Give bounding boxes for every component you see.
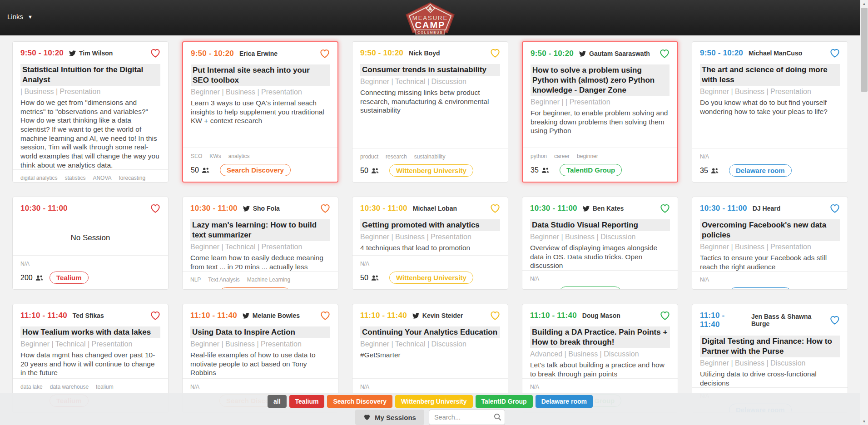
session-categories: Beginner | Business | Presentation xyxy=(700,87,840,97)
session-description: Tactics to ensure your Facebook ads stil… xyxy=(700,253,840,271)
tag: analytics xyxy=(228,153,250,159)
room-badge[interactable]: Delaware room xyxy=(729,287,792,290)
favorite-heart-icon[interactable] xyxy=(660,204,670,213)
favorite-heart-icon[interactable] xyxy=(490,311,500,320)
room-badge[interactable]: Wittenberg University xyxy=(389,164,473,177)
tag: python xyxy=(531,153,547,159)
session-categories: Advanced | Business | Discussion xyxy=(530,350,670,359)
session-time: 11:10 - 11:40 xyxy=(190,311,237,320)
favorite-heart-icon[interactable] xyxy=(150,204,160,213)
favorite-heart-icon[interactable] xyxy=(830,49,840,58)
favorite-heart-icon[interactable] xyxy=(490,49,500,58)
tag: N/A xyxy=(360,261,369,267)
filter-button[interactable]: Tealium xyxy=(289,395,325,408)
favorite-heart-icon[interactable] xyxy=(830,204,840,213)
users-icon xyxy=(541,289,549,290)
logo-columbus-text: COLUMBUS xyxy=(417,30,442,35)
scroll-down-icon[interactable]: ▼ xyxy=(860,418,868,425)
favorite-heart-icon[interactable] xyxy=(660,311,670,320)
session-author: Ben Kates xyxy=(583,205,624,212)
session-card[interactable]: 9:50 - 10:20 Tim Wilson Statistical Intu… xyxy=(12,41,169,183)
session-card[interactable]: 10:30 - 11:00 DJ Heard Overcoming Facebo… xyxy=(692,197,848,290)
session-card[interactable]: 9:50 - 10:20 Erica Erwine Put Internal s… xyxy=(182,41,338,183)
session-card[interactable]: 10:30 - 11:00 Sho Fola Lazy man's learni… xyxy=(182,197,338,290)
card-body: Data Studio Visual Reporting Beginner | … xyxy=(522,213,678,270)
favorite-heart-icon[interactable] xyxy=(660,49,670,58)
room-badge[interactable]: Search Discovery xyxy=(220,164,291,176)
capacity-row: 50 Wittenberg University xyxy=(360,164,500,177)
capacity-row: 35 TalentID Group xyxy=(531,164,670,176)
capacity-row: 200 Tealium xyxy=(20,272,160,284)
tag: N/A xyxy=(700,153,709,160)
session-description: Real-life examples of how to use data to… xyxy=(190,351,330,377)
card-body: Put Internal site seach into your SEO to… xyxy=(183,58,337,148)
filter-button[interactable]: TalentID Group xyxy=(476,395,533,408)
session-author: Erica Erwine xyxy=(239,50,278,57)
twitter-icon xyxy=(69,50,76,56)
tag: forecasting xyxy=(119,175,146,181)
session-card[interactable]: 9:50 - 10:20 Nick Boyd Consumer trends i… xyxy=(352,41,508,183)
room-badge[interactable]: Wittenberg University xyxy=(389,272,473,284)
card-body: Statistical Intuition for the Digital An… xyxy=(13,58,168,169)
tag: ANOVA xyxy=(93,175,111,181)
capacity-count: 50 xyxy=(360,167,368,175)
session-author: Tim Wilson xyxy=(69,49,113,57)
card-header: 9:50 - 10:20 Erica Erwine xyxy=(183,42,337,58)
session-author: Melanie Bowles xyxy=(243,312,300,319)
favorite-heart-icon[interactable] xyxy=(320,49,330,58)
room-badge[interactable]: Tealium xyxy=(50,272,89,284)
my-sessions-button[interactable]: My Sessions xyxy=(355,410,424,425)
session-card[interactable]: 9:50 - 10:20 Gautam Saaraswath How to so… xyxy=(522,41,678,183)
session-categories: Beginner | Business | Presentation xyxy=(360,232,500,242)
capacity-row: 35 Delaware room xyxy=(700,287,840,290)
filter-button[interactable]: Wittenberg University xyxy=(395,395,473,408)
room-badge[interactable]: Delaware room xyxy=(729,164,792,177)
scrollbar[interactable]: ▲ ▼ xyxy=(860,0,868,425)
scroll-up-icon[interactable]: ▲ xyxy=(860,0,868,7)
session-description: For beginner, to enable problem solving … xyxy=(531,109,670,135)
capacity-count: 35 xyxy=(531,166,539,174)
room-badge[interactable]: TalentID Group xyxy=(560,164,622,176)
card-header: 11:10 - 11:40 Doug Mason xyxy=(522,304,678,320)
session-card[interactable]: 10:30 - 11:00 No Session N/A 200 Tealium xyxy=(12,197,169,290)
session-time: 9:50 - 10:20 xyxy=(531,49,574,58)
filter-button[interactable]: all xyxy=(268,395,287,408)
session-card[interactable]: 10:30 - 11:00 Michael Loban Getting prom… xyxy=(352,197,508,290)
favorite-heart-icon[interactable] xyxy=(490,204,500,213)
session-card[interactable]: 10:30 - 11:00 Ben Kates Data Studio Visu… xyxy=(522,197,678,290)
favorite-heart-icon[interactable] xyxy=(320,311,330,320)
filter-button[interactable]: Delaware room xyxy=(536,395,593,408)
favorite-heart-icon[interactable] xyxy=(150,311,160,320)
logo-camp-text: CAMP xyxy=(415,20,446,30)
room-badge[interactable]: Search Discovery xyxy=(219,287,290,290)
favorite-heart-icon[interactable] xyxy=(830,316,840,325)
room-badge[interactable]: TalentID Group xyxy=(559,287,621,290)
author-name: Doug Mason xyxy=(582,312,620,319)
card-header: 10:30 - 11:00 DJ Heard xyxy=(692,197,848,213)
filter-button[interactable]: Search Discovery xyxy=(327,395,392,408)
session-capacity: 50 xyxy=(191,166,220,174)
session-categories: | Business | Presentation xyxy=(20,87,160,97)
links-menu[interactable]: Links ▼ xyxy=(7,13,33,20)
session-tags: N/A xyxy=(700,153,840,160)
tag: beginner xyxy=(577,153,598,159)
session-title: Digital Testing and Finance: How to Part… xyxy=(700,336,840,357)
session-tags: SEOKWsanalytics xyxy=(191,153,330,159)
scrollbar-thumb[interactable] xyxy=(861,8,868,92)
card-body: No Session xyxy=(13,213,168,255)
favorite-heart-icon[interactable] xyxy=(320,204,330,213)
author-name: Kevin Steider xyxy=(422,312,463,319)
card-header: 9:50 - 10:20 Nick Boyd xyxy=(352,42,508,58)
session-author: Jen Bass & Shawna Burge xyxy=(751,313,830,327)
session-capacity: 35 xyxy=(531,166,560,174)
session-card[interactable]: 9:50 - 10:20 Michael ManCuso The art and… xyxy=(692,41,848,183)
session-description: #GetSmarter xyxy=(360,351,500,360)
author-name: Melanie Bowles xyxy=(253,312,300,319)
tag: N/A xyxy=(360,384,369,390)
tag: career xyxy=(554,153,570,159)
favorite-heart-icon[interactable] xyxy=(150,49,160,58)
card-body: Digital Testing and Finance: How to Part… xyxy=(692,329,848,387)
session-time: 11:10 - 11:40 xyxy=(530,311,577,320)
users-icon xyxy=(371,275,379,281)
author-name: Tim Wilson xyxy=(79,49,113,57)
